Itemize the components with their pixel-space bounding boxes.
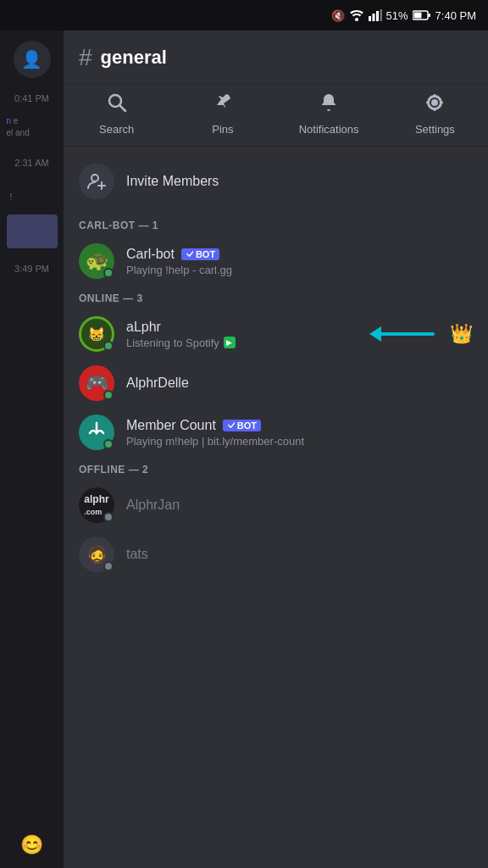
svg-point-10: [92, 175, 98, 181]
carlbot-avatar-wrap: 🐢: [79, 243, 114, 279]
alphrdelle-info: AlphrDelle: [126, 376, 473, 391]
membercount-status: Playing m!help | bit.ly/member-count: [126, 435, 473, 448]
carlbot-status: Playing !help - carl.gg: [126, 264, 473, 276]
battery-icon: [413, 10, 431, 20]
svg-marker-14: [369, 326, 381, 342]
svg-rect-7: [413, 13, 421, 19]
main-layout: 👤 0:41 PM n e el and 2:31 AM ! 3:49 PM 😊…: [0, 31, 488, 868]
sidebar-and-text: el and: [7, 127, 58, 139]
alphrdelle-status-dot: [103, 390, 114, 400]
carlbot-status-dot: [103, 268, 114, 278]
crown-icon: 👑: [450, 323, 473, 345]
svg-rect-6: [428, 14, 430, 17]
membercount-avatar-wrap: [79, 415, 114, 450]
notifications-icon: [319, 92, 339, 118]
svg-rect-2: [372, 14, 374, 21]
membercount-bot-badge: BOT: [223, 420, 261, 431]
toolbar: Search Pins Notifications: [64, 84, 488, 147]
channel-hash-symbol: #: [79, 44, 92, 71]
invite-icon: [79, 164, 114, 199]
tats-name: tats: [126, 547, 148, 562]
members-list: Invite Members CARL-BOT — 1 🐢 Carl-bot: [64, 147, 488, 868]
toolbar-notifications[interactable]: Notifications: [276, 92, 382, 136]
category-online: ONLINE — 3: [64, 286, 488, 309]
alphr-avatar-wrap: 😸: [79, 316, 114, 352]
tats-info: tats: [126, 547, 473, 562]
right-panel: # general Search Pins: [64, 31, 488, 868]
member-membercount[interactable]: Member Count BOT Playing m!help | bit.ly…: [64, 408, 488, 457]
alphr-name: aLphr: [126, 320, 161, 335]
notifications-label: Notifications: [299, 123, 359, 136]
alphrdelle-avatar-wrap: 🎮: [79, 365, 114, 401]
carlbot-info: Carl-bot BOT Playing !help - carl.gg: [126, 247, 473, 276]
category-offline: OFFLINE — 2: [64, 457, 488, 481]
sidebar-highlight: n: [7, 116, 12, 125]
membercount-name-row: Member Count BOT: [126, 418, 473, 433]
membercount-info: Member Count BOT Playing m!help | bit.ly…: [126, 418, 473, 448]
alphrdelle-name: AlphrDelle: [126, 376, 189, 391]
signal-icon: [369, 9, 382, 21]
sidebar-emoji: 😊: [20, 834, 43, 856]
user-icon: 👤: [21, 49, 42, 70]
settings-icon: [424, 92, 445, 118]
sidebar-exclaim: !: [7, 192, 58, 203]
settings-label: Settings: [415, 123, 455, 136]
member-alphrdelle[interactable]: 🎮 AlphrDelle: [64, 359, 488, 408]
member-alphr[interactable]: 😸 aLphr Listening to Spotify ▶: [64, 309, 488, 359]
toolbar-search[interactable]: Search: [64, 92, 169, 136]
member-carlbot[interactable]: 🐢 Carl-bot BOT Playing !help - carl.gg: [64, 236, 488, 286]
arrow-annotation: [369, 321, 437, 347]
carlbot-name-row: Carl-bot BOT: [126, 247, 473, 262]
channel-name: general: [101, 47, 167, 69]
status-icons: 🔇 51% 7:40 PM: [331, 9, 476, 22]
category-carlbot: CARL-BOT — 1: [64, 213, 488, 236]
mute-icon: 🔇: [331, 9, 345, 22]
carlbot-name: Carl-bot: [126, 247, 175, 262]
svg-rect-4: [380, 9, 382, 21]
alphrdelle-name-row: AlphrDelle: [126, 376, 473, 391]
left-sidebar: 👤 0:41 PM n e el and 2:31 AM ! 3:49 PM 😊: [0, 31, 64, 868]
membercount-name: Member Count: [126, 418, 216, 433]
pins-label: Pins: [212, 123, 233, 136]
status-bar: 🔇 51% 7:40 PM: [0, 0, 488, 31]
toolbar-pins[interactable]: Pins: [169, 92, 275, 136]
invite-label: Invite Members: [126, 174, 219, 189]
svg-point-0: [355, 18, 358, 21]
wifi-icon: [349, 9, 364, 21]
pins-icon: [213, 92, 233, 118]
sidebar-chat-text: e: [14, 116, 19, 125]
time-display: 7:40 PM: [435, 9, 476, 22]
alphrjan-avatar-wrap: alphr.com: [79, 487, 114, 523]
svg-line-9: [119, 105, 125, 111]
sidebar-time-3: 3:49 PM: [14, 264, 49, 274]
sidebar-chat-preview: n e: [7, 115, 58, 127]
sidebar-user-icon: 👤: [14, 41, 51, 78]
alphrjan-info: AlphrJan: [126, 498, 473, 513]
alphrjan-status-dot: [103, 512, 114, 522]
member-alphrjan[interactable]: alphr.com AlphrJan: [64, 481, 488, 530]
alphrjan-name: AlphrJan: [126, 498, 180, 513]
svg-rect-1: [369, 16, 371, 21]
alphrjan-name-row: AlphrJan: [126, 498, 473, 513]
channel-header: # general: [64, 31, 488, 84]
alphr-status-dot: [103, 341, 114, 351]
invite-members-row[interactable]: Invite Members: [64, 155, 488, 208]
tats-status-dot: [103, 561, 114, 571]
tats-avatar-wrap: 🧔: [79, 537, 114, 572]
toolbar-settings[interactable]: Settings: [382, 92, 488, 136]
carlbot-bot-badge: BOT: [181, 248, 219, 260]
search-icon: [107, 92, 127, 118]
svg-rect-3: [376, 11, 379, 21]
sidebar-time-2: 2:31 AM: [14, 158, 48, 168]
spotify-icon: ▶: [224, 337, 236, 348]
tats-name-row: tats: [126, 547, 473, 562]
sidebar-spacer: [7, 176, 58, 183]
search-label: Search: [99, 123, 134, 136]
sidebar-time-1: 0:41 PM: [14, 93, 49, 103]
battery-level: 51%: [386, 9, 408, 22]
membercount-status-dot: [103, 439, 114, 449]
sidebar-selected-channel[interactable]: [7, 214, 58, 248]
member-tats[interactable]: 🧔 tats: [64, 530, 488, 579]
